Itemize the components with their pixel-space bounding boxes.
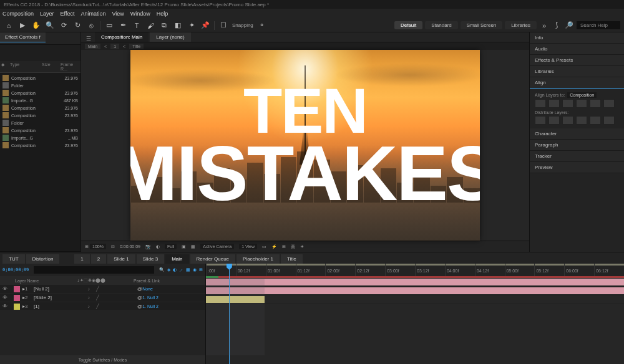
- menu-effect[interactable]: Effect: [61, 11, 75, 17]
- layer-name[interactable]: [1]: [34, 304, 87, 309]
- flowchart-button-icon[interactable]: 품: [291, 244, 295, 250]
- timeline-tab-main[interactable]: Main: [165, 254, 188, 264]
- flowchart-icon[interactable]: ☰: [84, 36, 94, 42]
- layer-track[interactable]: [206, 278, 624, 287]
- layer-color-chip[interactable]: [14, 295, 20, 301]
- timeline-layer-row[interactable]: 👁 ▸ 1 [Null 2] ♪╱ @ None: [0, 285, 205, 294]
- composition-viewer[interactable]: TEN MISTAKES: [81, 50, 529, 241]
- current-time-display[interactable]: 0;00;00;09: [2, 267, 29, 272]
- parent-pickwhip-icon[interactable]: @: [137, 304, 142, 309]
- snapshot-icon[interactable]: 📷: [145, 244, 151, 249]
- timeline-tab-1[interactable]: 1: [74, 254, 89, 264]
- timeline-tab-slide3[interactable]: Slide 3: [137, 254, 164, 264]
- workspace-default[interactable]: Default: [394, 21, 422, 29]
- menu-view[interactable]: View: [112, 11, 124, 17]
- motion-blur-icon[interactable]: ◉: [193, 267, 197, 272]
- snapping-options-icon[interactable]: ⚬: [257, 21, 267, 31]
- menu-composition[interactable]: Composition: [2, 11, 34, 17]
- parent-pickwhip-icon[interactable]: @: [137, 295, 142, 300]
- comp-subtab-main[interactable]: Main: [85, 44, 100, 49]
- align-top-button[interactable]: [576, 99, 587, 108]
- rotate-tool-icon[interactable]: ↻: [72, 21, 82, 31]
- timeline-tab-placeholder1[interactable]: Placeholder 1: [236, 254, 280, 264]
- align-vcenter-button[interactable]: [590, 99, 601, 108]
- comp-subtab-1[interactable]: 1: [110, 44, 119, 49]
- title-text-layer[interactable]: TEN MISTAKES: [130, 50, 480, 241]
- visibility-eye-icon[interactable]: 👁: [2, 286, 10, 292]
- pixel-aspect-icon[interactable]: ▭: [262, 244, 266, 249]
- timeline-layer-row[interactable]: 👁 ▸ 2 [Slide 2] ♪╱ @ 1. Null 2: [0, 294, 205, 302]
- hand-tool-icon[interactable]: ✋: [31, 21, 41, 31]
- shy-icon[interactable]: ⟋: [179, 268, 183, 272]
- project-item[interactable]: Folder: [1, 82, 79, 89]
- align-right-button[interactable]: [562, 99, 573, 108]
- timeline-tab-distortion[interactable]: Distortion: [26, 254, 60, 264]
- layer-switches[interactable]: ♪╱: [87, 295, 137, 300]
- info-panel-header[interactable]: Info: [530, 32, 624, 44]
- timeline-icon[interactable]: ⊞: [282, 244, 286, 249]
- resolution-dropdown[interactable]: Full: [165, 244, 177, 249]
- layer-bar[interactable]: [206, 296, 265, 303]
- timeline-tab-renderqueue[interactable]: Render Queue: [190, 254, 235, 264]
- snapping-checkbox[interactable]: ☐: [218, 21, 228, 31]
- libraries-panel-header[interactable]: Libraries: [530, 66, 624, 77]
- home-icon[interactable]: ⌂: [4, 21, 14, 31]
- workspace-libraries[interactable]: Libraries: [505, 21, 537, 29]
- exposure-icon[interactable]: ☀: [300, 244, 304, 249]
- project-item[interactable]: Composition23.976: [1, 141, 79, 149]
- effects-presets-panel-header[interactable]: Effects & Presets: [530, 55, 624, 66]
- project-panel[interactable]: Composition23.976 Folder Composition23.9…: [0, 73, 80, 251]
- timeline-filter-icon[interactable]: 🔍: [159, 267, 165, 272]
- comp-mini-flowchart-icon[interactable]: ◈: [167, 267, 170, 272]
- parent-dropdown[interactable]: 1. Null 2: [142, 295, 158, 300]
- workspace-small-screen[interactable]: Small Screen: [461, 21, 503, 29]
- project-item[interactable]: Composition23.976: [1, 89, 79, 97]
- rect-tool-icon[interactable]: ▭: [104, 21, 114, 31]
- align-to-dropdown[interactable]: Composition: [567, 92, 597, 98]
- align-left-button[interactable]: [535, 99, 546, 108]
- distribute-right-button[interactable]: [603, 116, 615, 125]
- menu-animation[interactable]: Animation: [80, 11, 105, 17]
- channel-icon[interactable]: ◐: [156, 244, 160, 249]
- menu-layer[interactable]: Layer: [40, 11, 54, 17]
- draft3d-icon[interactable]: ◐: [173, 267, 177, 272]
- layer-track[interactable]: [206, 295, 624, 304]
- project-col-size[interactable]: Size: [42, 62, 61, 71]
- frame-blend-icon[interactable]: ▦: [186, 267, 190, 272]
- align-hcenter-button[interactable]: [548, 99, 560, 108]
- project-col-type[interactable]: Type: [10, 62, 42, 71]
- project-item[interactable]: Composition23.976: [1, 127, 79, 134]
- fast-previews-icon[interactable]: ⚡: [271, 244, 277, 249]
- brush-tool-icon[interactable]: 🖌: [145, 21, 155, 31]
- project-col-framerate[interactable]: Frame R...: [61, 62, 79, 71]
- layer-panel-tab[interactable]: Layer (none): [150, 32, 190, 42]
- time-ruler[interactable]: :00f 00:12f 01:00f 01:12f 02:00f 02:12f …: [206, 264, 624, 276]
- pen-tool-icon[interactable]: ✒: [118, 21, 128, 31]
- visibility-eye-icon[interactable]: 👁: [2, 304, 10, 310]
- layer-bar[interactable]: [206, 287, 624, 294]
- layer-bar[interactable]: [206, 279, 624, 285]
- project-item[interactable]: Importe...G487 KB: [1, 97, 79, 104]
- timeline-search-input[interactable]: [34, 266, 154, 274]
- clone-tool-icon[interactable]: ⧉: [159, 21, 169, 31]
- layer-color-chip[interactable]: [14, 286, 20, 292]
- views-dropdown[interactable]: 1 View: [239, 244, 257, 249]
- preview-panel-header[interactable]: Preview: [530, 162, 624, 173]
- visibility-eye-icon[interactable]: 👁: [2, 295, 10, 301]
- timeline-tab-title[interactable]: Title: [281, 254, 303, 264]
- project-item[interactable]: Composition23.976: [1, 104, 79, 112]
- puppet-tool-icon[interactable]: 📌: [200, 21, 210, 31]
- distribute-vcenter-button[interactable]: [548, 116, 560, 125]
- distribute-hcenter-button[interactable]: [590, 116, 601, 125]
- workspace-overflow-icon[interactable]: »: [539, 21, 549, 31]
- project-item[interactable]: Composition23.976: [1, 112, 79, 119]
- sync-icon[interactable]: ⟆: [552, 21, 562, 31]
- camera-tool-icon[interactable]: ⎋: [86, 21, 96, 31]
- playhead[interactable]: [229, 264, 230, 364]
- parent-dropdown[interactable]: 1. Null 2: [142, 304, 158, 309]
- parent-dropdown[interactable]: None: [142, 287, 153, 291]
- effect-controls-tab[interactable]: Effect Controls f: [0, 32, 46, 42]
- zoom-dropdown[interactable]: ⊞100%: [85, 244, 106, 249]
- composition-panel-tab[interactable]: Composition: Main: [95, 32, 149, 42]
- align-panel-header[interactable]: Align: [530, 77, 624, 89]
